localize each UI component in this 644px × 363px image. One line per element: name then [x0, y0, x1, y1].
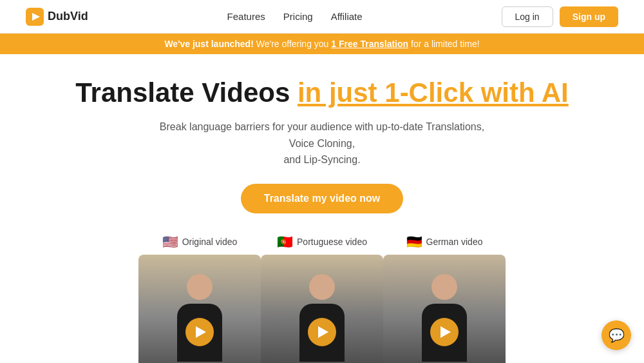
logo-icon [26, 8, 44, 26]
chat-icon: 💬 [609, 328, 625, 343]
hero-subtitle-line2: and Lip-Syncing. [283, 154, 360, 165]
video-label-portuguese: 🇵🇹 Portuguese video [277, 234, 367, 250]
video-label-text-portuguese: Portuguese video [297, 237, 367, 247]
person-head-1 [187, 274, 213, 300]
video-label-original: 🇺🇸 Original video [162, 234, 238, 250]
video-thumb-portuguese[interactable] [261, 255, 383, 363]
play-triangle-icon-2 [318, 326, 328, 338]
banner-offer-text: We're offering you [256, 39, 332, 49]
video-label-text-original: Original video [182, 237, 238, 247]
flag-pt: 🇵🇹 [277, 234, 293, 250]
hero-title-highlight: in just 1-Click with AI [298, 77, 569, 108]
logo[interactable]: DubVid [26, 8, 88, 26]
nav-link-pricing[interactable]: Pricing [283, 11, 313, 22]
play-triangle-icon-3 [440, 326, 451, 338]
hero-title-start: Translate Videos [75, 77, 298, 108]
nav-link-features[interactable]: Features [227, 11, 265, 22]
signup-button[interactable]: Sign up [560, 6, 618, 27]
hero-title: Translate Videos in just 1-Click with AI [75, 77, 569, 108]
navbar: DubVid Features Pricing Affiliate Log in… [0, 0, 644, 34]
banner-link[interactable]: 1 Free Translation [331, 39, 408, 49]
person-silhouette-1 [138, 255, 261, 363]
play-button-original[interactable] [185, 318, 214, 346]
person-silhouette-2 [261, 255, 383, 363]
video-thumbnail-german [383, 255, 506, 363]
play-button-portuguese[interactable] [308, 318, 336, 346]
banner-prefix: We've just launched! [164, 39, 253, 49]
nav-link-affiliate[interactable]: Affiliate [331, 11, 363, 22]
hero-section: Translate Videos in just 1-Click with AI… [0, 54, 644, 363]
announcement-banner: We've just launched! We're offering you … [0, 34, 644, 54]
chat-bubble[interactable]: 💬 [601, 320, 631, 350]
video-col-portuguese: 🇵🇹 Portuguese video [261, 234, 383, 363]
video-thumbnail-original [138, 255, 261, 363]
video-thumbnail-portuguese [261, 255, 383, 363]
banner-suffix: for a limited time! [411, 39, 480, 49]
video-section: 🇺🇸 Original video 🇵🇹 Portugu [74, 234, 570, 363]
hero-subtitle: Break language barriers for your audienc… [155, 119, 489, 168]
video-thumb-german[interactable] [383, 255, 506, 363]
video-col-german: 🇩🇪 German video [383, 234, 506, 363]
video-label-text-german: German video [426, 237, 483, 247]
flag-de: 🇩🇪 [406, 234, 422, 250]
video-col-original: 🇺🇸 Original video [138, 234, 261, 363]
logo-text: DubVid [48, 10, 88, 23]
person-head-2 [309, 274, 335, 300]
video-thumb-original[interactable] [138, 255, 261, 363]
login-button[interactable]: Log in [502, 6, 553, 27]
nav-actions: Log in Sign up [502, 6, 618, 27]
nav-links: Features Pricing Affiliate [227, 11, 363, 22]
person-silhouette-3 [383, 255, 506, 363]
play-button-german[interactable] [430, 318, 459, 346]
video-label-german: 🇩🇪 German video [406, 234, 483, 250]
hero-subtitle-line1: Break language barriers for your audienc… [160, 121, 484, 149]
play-triangle-icon [196, 326, 206, 338]
person-head-3 [431, 274, 457, 300]
flag-us: 🇺🇸 [162, 234, 178, 250]
cta-button[interactable]: Translate my video now [241, 184, 404, 213]
